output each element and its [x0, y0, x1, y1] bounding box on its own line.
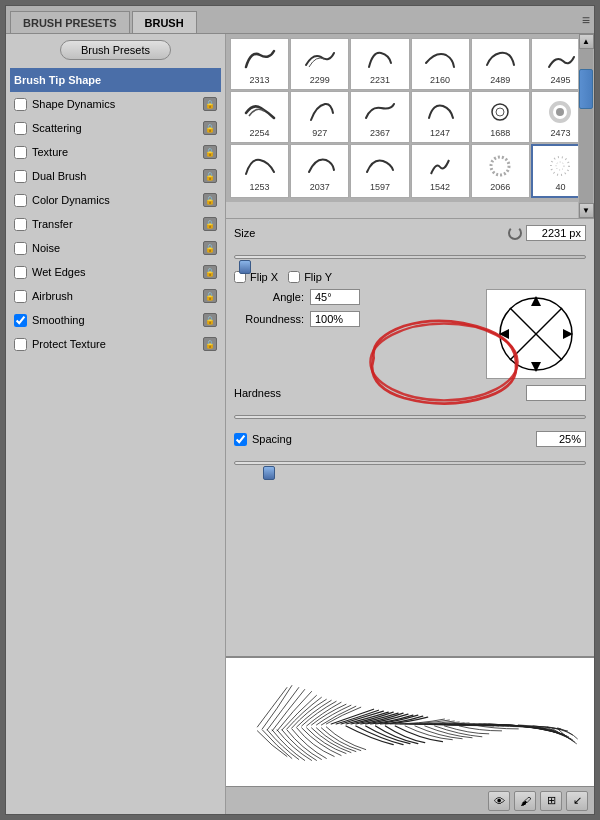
brush-thumb-1597[interactable]: 1597: [350, 144, 409, 198]
scattering-checkbox[interactable]: [14, 122, 27, 135]
brush-canvas: [359, 96, 401, 128]
brush-thumb-2299[interactable]: 2299: [290, 38, 349, 90]
sidebar-item-brush-tip-shape[interactable]: Brush Tip Shape: [10, 68, 221, 92]
angle-input[interactable]: [310, 289, 360, 305]
brush-size-label: 1253: [250, 182, 270, 192]
angle-section: Angle: Roundness:: [234, 289, 586, 379]
brush-canvas: [419, 96, 461, 128]
brush-size-label: 2254: [250, 128, 270, 138]
brush-thumb-2254[interactable]: 2254: [230, 91, 289, 143]
brush-thumb-927[interactable]: 927: [290, 91, 349, 143]
scroll-up-button[interactable]: ▲: [579, 34, 594, 49]
refresh-icon[interactable]: [508, 226, 522, 240]
brush-thumb-2160[interactable]: 2160: [411, 38, 470, 90]
svg-point-4: [491, 157, 509, 175]
scroll-thumb[interactable]: [579, 69, 593, 109]
sidebar-label: Dual Brush: [32, 170, 199, 182]
sidebar-label: Noise: [32, 242, 199, 254]
roundness-label: Roundness:: [234, 313, 304, 325]
brush-canvas: [299, 150, 341, 182]
sidebar-item-wet-edges[interactable]: Wet Edges 🔒: [10, 260, 221, 284]
flip-y-checkbox[interactable]: [288, 271, 300, 283]
roundness-input[interactable]: [310, 311, 360, 327]
scroll-down-button[interactable]: ▼: [579, 203, 594, 218]
spacing-checkbox[interactable]: [234, 433, 247, 446]
grid-button[interactable]: ⊞: [540, 791, 562, 811]
brush-canvas: [479, 96, 521, 128]
brush-size-label: 2037: [310, 182, 330, 192]
brush-stroke-preview: [226, 656, 594, 786]
color-dynamics-checkbox[interactable]: [14, 194, 27, 207]
brush-thumb-2367[interactable]: 2367: [350, 91, 409, 143]
sidebar-label: Texture: [32, 146, 199, 158]
size-slider-thumb[interactable]: [239, 260, 251, 274]
import-icon: ↙: [573, 794, 582, 807]
sidebar-item-dual-brush[interactable]: Dual Brush 🔒: [10, 164, 221, 188]
angle-label: Angle:: [234, 291, 304, 303]
transfer-checkbox[interactable]: [14, 218, 27, 231]
import-button[interactable]: ↙: [566, 791, 588, 811]
brush-canvas: [419, 43, 461, 75]
tab-brush-presets[interactable]: BRUSH PRESETS: [10, 11, 130, 33]
lock-icon: 🔒: [203, 169, 217, 183]
controls-area: Size Flip X: [226, 219, 594, 656]
brush-grid: 2313 2299 2231: [226, 34, 594, 219]
sidebar-item-smoothing[interactable]: Smoothing 🔒: [10, 308, 221, 332]
brush-canvas: [479, 43, 521, 75]
brush-tool-button[interactable]: 🖌: [514, 791, 536, 811]
svg-point-1: [496, 108, 504, 116]
tab-brush[interactable]: BRUSH: [132, 11, 197, 33]
brush-thumb-2037[interactable]: 2037: [290, 144, 349, 198]
sidebar-item-noise[interactable]: Noise 🔒: [10, 236, 221, 260]
size-row: Size: [234, 225, 586, 241]
airbrush-checkbox[interactable]: [14, 290, 27, 303]
hardness-slider-track: [234, 415, 586, 419]
sidebar-item-protect-texture[interactable]: Protect Texture 🔒: [10, 332, 221, 356]
texture-checkbox[interactable]: [14, 146, 27, 159]
panel-menu-icon[interactable]: ≡: [582, 12, 590, 28]
brush-thumb-1247[interactable]: 1247: [411, 91, 470, 143]
eye-button[interactable]: 👁: [488, 791, 510, 811]
sidebar-item-scattering[interactable]: Scattering 🔒: [10, 116, 221, 140]
brush-thumb-2313[interactable]: 2313: [230, 38, 289, 90]
brush-canvas: [419, 150, 461, 182]
brush-thumb-2489[interactable]: 2489: [471, 38, 530, 90]
spacing-slider-row[interactable]: [234, 451, 586, 469]
brush-presets-button[interactable]: Brush Presets: [60, 40, 171, 60]
brush-thumb-1542[interactable]: 1542: [411, 144, 470, 198]
hardness-slider-row[interactable]: [234, 405, 586, 423]
spacing-slider-thumb[interactable]: [263, 466, 275, 480]
brush-size-label: 40: [555, 182, 565, 192]
brush-thumb-1688[interactable]: 1688: [471, 91, 530, 143]
svg-point-3: [556, 108, 564, 116]
brush-canvas: [539, 43, 581, 75]
sidebar-item-texture[interactable]: Texture 🔒: [10, 140, 221, 164]
scroll-track[interactable]: [579, 49, 593, 203]
dual-brush-checkbox[interactable]: [14, 170, 27, 183]
sidebar-item-shape-dynamics[interactable]: Shape Dynamics 🔒: [10, 92, 221, 116]
angle-fields: Angle: Roundness:: [234, 289, 478, 379]
noise-checkbox[interactable]: [14, 242, 27, 255]
brush-thumb-1253[interactable]: 1253: [230, 144, 289, 198]
spacing-input[interactable]: [536, 431, 586, 447]
brush-thumb-2066[interactable]: 2066: [471, 144, 530, 198]
flip-x-label: Flip X: [250, 271, 278, 283]
size-input[interactable]: [526, 225, 586, 241]
wet-edges-checkbox[interactable]: [14, 266, 27, 279]
size-slider-row[interactable]: [234, 245, 586, 263]
sidebar-label: Airbrush: [32, 290, 199, 302]
flip-y-label: Flip Y: [304, 271, 332, 283]
hardness-input[interactable]: [526, 385, 586, 401]
angle-row: Angle:: [234, 289, 478, 305]
sidebar-item-transfer[interactable]: Transfer 🔒: [10, 212, 221, 236]
brush-scrollbar: ▲ ▼: [578, 34, 594, 218]
shape-dynamics-checkbox[interactable]: [14, 98, 27, 111]
sidebar-label: Shape Dynamics: [32, 98, 199, 110]
protect-texture-checkbox[interactable]: [14, 338, 27, 351]
brush-canvas: [539, 150, 581, 182]
sidebar-item-color-dynamics[interactable]: Color Dynamics 🔒: [10, 188, 221, 212]
svg-point-6: [556, 162, 564, 170]
sidebar-item-airbrush[interactable]: Airbrush 🔒: [10, 284, 221, 308]
brush-thumb-2231[interactable]: 2231: [350, 38, 409, 90]
smoothing-checkbox[interactable]: [14, 314, 27, 327]
